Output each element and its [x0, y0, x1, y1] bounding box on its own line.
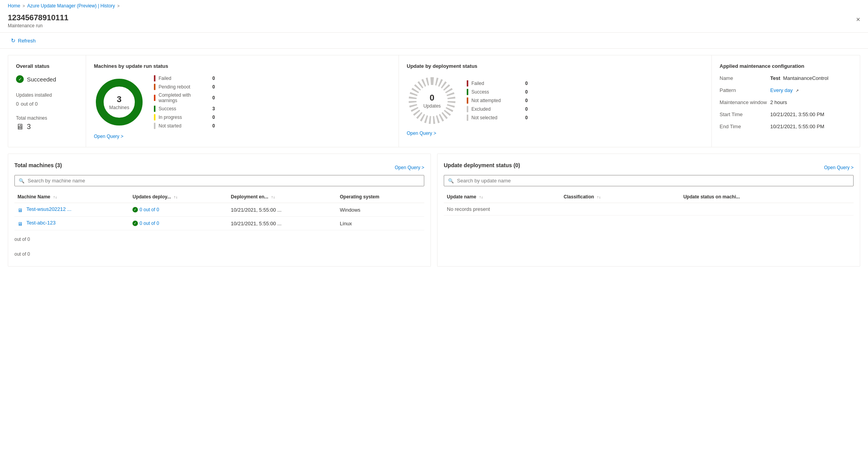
machines-search-box[interactable]: 🔍	[14, 175, 424, 186]
updates-donut-text: Updates	[423, 103, 441, 109]
breadcrumb-home[interactable]: Home	[8, 3, 20, 9]
sort-machine-name[interactable]: ↑↓	[53, 195, 57, 199]
page-title: 12345678910111	[8, 13, 860, 22]
legend-item: Not started 0	[154, 123, 215, 129]
success-dot-icon: ✓	[132, 207, 138, 212]
machine-name-link[interactable]: Test-wsus202212 ...	[26, 206, 72, 212]
legend-item-name: Not attempted	[471, 98, 522, 103]
machine-icon: 🖥	[16, 122, 24, 131]
legend-item: Failed 0	[154, 75, 215, 81]
legend-color-bar	[154, 106, 155, 112]
updates-success-badge: ✓ 0 out of 0	[132, 221, 224, 226]
updates-table-open-query[interactable]: Open Query >	[824, 165, 854, 170]
legend-item: In progress 0	[154, 114, 215, 120]
machines-donut-chart: 3 Machines	[94, 77, 145, 127]
legend-item-value: 0	[525, 89, 528, 95]
machines-search-icon: 🔍	[19, 178, 25, 184]
updates-legend: Failed 0 Success 0 Not attempted 0 Exclu…	[467, 80, 528, 121]
config-name-label: Name	[720, 75, 770, 81]
breadcrumb-sep1: >	[23, 4, 25, 8]
total-machines-metric: Total machines 🖥 3	[16, 115, 78, 131]
machines-donut-number: 3	[109, 94, 129, 104]
col-classification: Classification ↑↓	[561, 191, 680, 203]
machines-table-title: Total machines (3)	[14, 162, 62, 168]
machines-open-query[interactable]: Open Query >	[94, 134, 123, 139]
sort-classification[interactable]: ↑↓	[597, 195, 601, 199]
config-name-prefix: Test	[770, 75, 780, 81]
updates-table-title: Update deployment status (0)	[444, 162, 520, 168]
machine-name-link[interactable]: Test-abc-123	[26, 220, 56, 226]
config-name-text: MantainanceControl	[783, 75, 828, 81]
updates-search-box[interactable]: 🔍	[444, 175, 854, 186]
machine-name-cell: 🖥 Test-wsus202212 ...	[14, 203, 129, 217]
config-start-value: 10/21/2021, 3:55:00 PM	[770, 111, 824, 117]
config-pattern-value: Every day ↗	[770, 87, 799, 93]
updates-table-header-row: Update name ↑↓ Classification ↑↓ Update …	[444, 191, 854, 203]
machines-pagination: out of 0	[14, 233, 424, 245]
updates-donut-container: 0 Updates Failed 0 Success 0 Not attempt…	[407, 75, 704, 126]
config-pattern-row: Pattern Every day ↗	[720, 87, 852, 93]
status-label: Succeeded	[27, 76, 56, 83]
config-pattern-link[interactable]: Every day	[770, 87, 793, 93]
machines-donut-text: Machines	[109, 105, 129, 110]
success-dot-icon: ✓	[132, 221, 138, 226]
sort-update-name[interactable]: ↑↓	[479, 195, 483, 199]
legend-item-value: 3	[212, 106, 215, 111]
page-container: Home > Azure Update Manager (Preview) | …	[0, 0, 868, 472]
sort-updates-deploy[interactable]: ↑↓	[174, 195, 178, 199]
legend-item-value: 0	[212, 123, 215, 129]
machines-donut-label: 3 Machines	[109, 94, 129, 110]
updates-installed-value: 0 out of 0	[16, 99, 78, 108]
legend-item-value: 0	[212, 95, 215, 101]
legend-item-name: Completed with warnings	[159, 92, 209, 103]
col-deployment-en: Deployment en... ↑↓	[228, 191, 337, 203]
close-button[interactable]: ×	[856, 16, 860, 24]
breadcrumb-parent[interactable]: Azure Update Manager (Preview) | History	[27, 3, 115, 9]
legend-item: Not selected 0	[467, 115, 528, 121]
legend-item-value: 0	[525, 115, 528, 120]
updates-installed-label: Updates installed	[16, 92, 78, 98]
page-subtitle: Maintenance run	[8, 23, 860, 28]
legend-item-name: Not started	[159, 123, 209, 129]
overall-status-section: Overall status ✓ Succeeded Updates insta…	[8, 55, 86, 147]
breadcrumb-sep2: >	[117, 4, 120, 8]
config-pattern-label: Pattern	[720, 87, 770, 93]
updates-open-query[interactable]: Open Query >	[407, 131, 436, 136]
table-row: 🖥 Test-wsus202212 ... ✓ 0 out of 0 10/21…	[14, 203, 424, 217]
legend-item-value: 0	[212, 76, 215, 81]
overall-status-title: Overall status	[16, 63, 78, 69]
updates-success-badge: ✓ 0 out of 0	[132, 207, 224, 212]
machines-table-open-query[interactable]: Open Query >	[395, 165, 424, 170]
config-end-value: 10/21/2021, 5:55:00 PM	[770, 124, 824, 129]
machines-table: Machine Name ↑↓ Updates deploy... ↑↓ Dep…	[14, 191, 424, 230]
updates-search-input[interactable]	[457, 178, 849, 184]
no-records-text: No records present	[444, 203, 854, 216]
summary-panel: Overall status ✓ Succeeded Updates insta…	[8, 55, 860, 147]
updates-donut-number: 0	[423, 93, 441, 103]
config-name-value: Test MantainanceControl	[770, 75, 828, 81]
machine-name-cell: 🖥 Test-abc-123	[14, 217, 129, 230]
sort-deployment-en[interactable]: ↑↓	[271, 195, 275, 199]
legend-item: Failed 0	[467, 80, 528, 87]
legend-color-bar	[467, 106, 468, 112]
updates-chart-section: Update by deployment status 0 Updates Fa…	[399, 55, 712, 147]
legend-item-name: Not selected	[471, 115, 522, 120]
machines-search-input[interactable]	[28, 178, 420, 184]
legend-item-value: 0	[525, 98, 528, 103]
toolbar: ↻ Refresh	[0, 33, 868, 49]
updates-donut-chart: 0 Updates	[407, 75, 457, 126]
legend-color-bar	[467, 80, 468, 87]
config-title: Applied maintenance configuration	[720, 63, 852, 69]
os-cell: Linux	[337, 217, 424, 230]
legend-item: Completed with warnings 0	[154, 92, 215, 103]
refresh-button[interactable]: ↻ Refresh	[8, 36, 39, 45]
updates-link[interactable]: 0 out of 0	[139, 221, 159, 226]
updates-link[interactable]: 0 out of 0	[139, 207, 159, 212]
machine-row-icon: 🖥	[18, 221, 23, 227]
legend-item-name: Success	[471, 89, 522, 95]
config-name-row: Name Test MantainanceControl	[720, 75, 852, 81]
updates-suffix: out of 0	[21, 101, 37, 107]
machines-chart-section: Machines by update run status 3 Machines	[86, 55, 399, 147]
col-update-status: Update status on machi...	[680, 191, 854, 203]
legend-item-value: 0	[212, 84, 215, 90]
